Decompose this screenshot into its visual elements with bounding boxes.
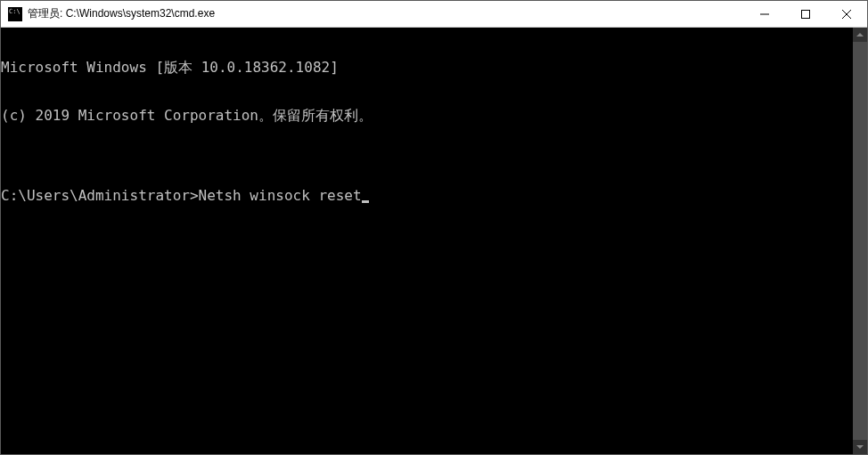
close-icon [842, 10, 851, 19]
cmd-window: 管理员: C:\Windows\system32\cmd.exe Microso… [0, 0, 868, 455]
cursor-icon [362, 200, 369, 203]
chevron-down-icon [856, 445, 864, 449]
window-controls [744, 1, 867, 27]
terminal-prompt-line: C:\Users\Administrator>Netsh winsock res… [1, 188, 867, 204]
terminal-area[interactable]: Microsoft Windows [版本 10.0.18362.1082] (… [1, 28, 867, 454]
terminal-prompt: C:\Users\Administrator> [1, 187, 199, 204]
minimize-icon [760, 10, 769, 19]
minimize-button[interactable] [744, 1, 785, 27]
maximize-button[interactable] [785, 1, 826, 27]
vertical-scrollbar[interactable] [853, 28, 867, 454]
svg-marker-4 [856, 33, 864, 37]
chevron-up-icon [856, 33, 864, 37]
scrollbar-thumb[interactable] [853, 42, 867, 440]
terminal-output-line: (c) 2019 Microsoft Corporation。保留所有权利。 [1, 108, 867, 124]
close-button[interactable] [826, 1, 867, 27]
scroll-up-button[interactable] [853, 28, 867, 42]
app-icon[interactable] [8, 7, 22, 21]
terminal-command: Netsh winsock reset [199, 187, 362, 204]
terminal-output-line: Microsoft Windows [版本 10.0.18362.1082] [1, 60, 867, 76]
scroll-down-button[interactable] [853, 440, 867, 454]
svg-rect-1 [802, 10, 810, 18]
scrollbar-track[interactable] [853, 42, 867, 440]
titlebar[interactable]: 管理员: C:\Windows\system32\cmd.exe [1, 1, 867, 28]
svg-marker-5 [856, 445, 864, 449]
maximize-icon [801, 10, 810, 19]
window-title: 管理员: C:\Windows\system32\cmd.exe [28, 6, 744, 21]
